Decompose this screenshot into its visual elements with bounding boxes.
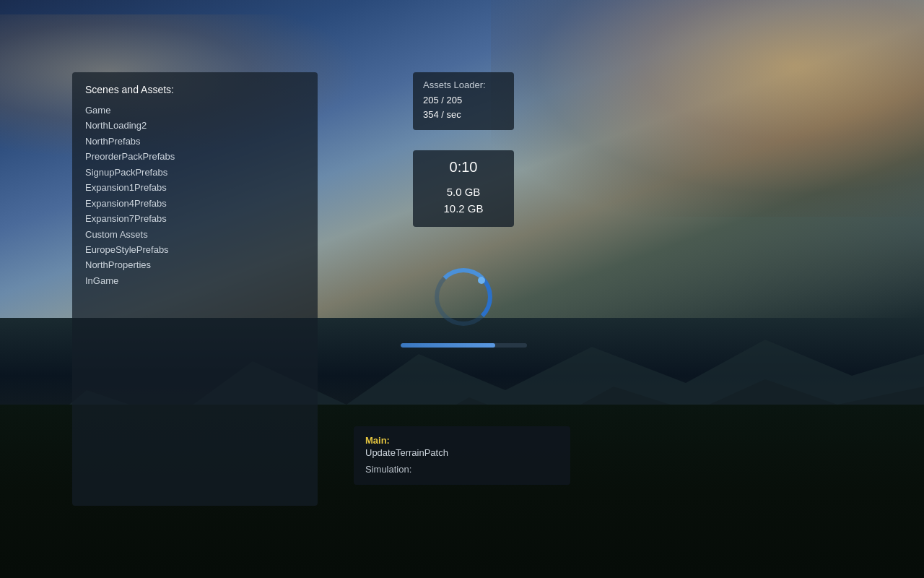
list-item: InGame — [85, 273, 305, 288]
list-item: Expansion1Prefabs — [85, 180, 305, 195]
scenes-panel: Scenes and Assets: Game NorthLoading2 No… — [72, 72, 318, 506]
list-item: Expansion4Prefabs — [85, 196, 305, 211]
memory-value-1: 5.0 GB — [423, 184, 504, 201]
progress-container — [401, 342, 527, 348]
timer-value: 0:10 — [423, 159, 504, 176]
progress-track — [401, 343, 527, 348]
list-item: Expansion7Prefabs — [85, 211, 305, 226]
assets-loader-rate: 354 / sec — [423, 108, 504, 122]
assets-loader-panel: Assets Loader: 205 / 205 354 / sec — [413, 72, 514, 130]
list-item: EuropeStylePrefabs — [85, 242, 305, 257]
progress-fill — [401, 343, 495, 348]
scenes-list: Game NorthLoading2 NorthPrefabs Preorder… — [85, 103, 305, 288]
list-item: NorthProperties — [85, 257, 305, 272]
cloud-right — [491, 0, 924, 217]
list-item: NorthLoading2 — [85, 118, 305, 133]
assets-loader-title: Assets Loader: — [423, 79, 504, 90]
status-main-value: UpdateTerrainPatch — [365, 447, 559, 458]
loading-spinner — [435, 268, 492, 326]
status-simulation-label: Simulation: — [365, 464, 559, 475]
scenes-panel-title: Scenes and Assets: — [85, 84, 305, 95]
list-item: NorthPrefabs — [85, 134, 305, 149]
list-item: SignupPackPrefabs — [85, 165, 305, 180]
memory-value-2: 10.2 GB — [423, 201, 504, 217]
status-panel: Main: UpdateTerrainPatch Simulation: — [354, 426, 570, 485]
spinner-container — [413, 257, 514, 337]
assets-loader-count: 205 / 205 — [423, 93, 504, 108]
list-item: PreorderPackPrefabs — [85, 149, 305, 164]
status-main-label: Main: — [365, 435, 559, 446]
list-item: Game — [85, 103, 305, 118]
timer-panel: 0:10 5.0 GB 10.2 GB — [413, 150, 514, 227]
list-item: Custom Assets — [85, 227, 305, 242]
